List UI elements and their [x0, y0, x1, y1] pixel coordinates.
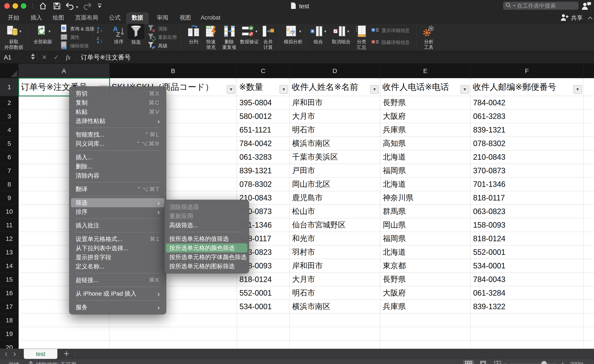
- cell-B18[interactable]: [109, 313, 237, 327]
- menu-item-复制[interactable]: 复制⌘C: [71, 98, 164, 107]
- cell-E12[interactable]: 福岡県: [380, 232, 471, 245]
- column-header-E[interactable]: E: [380, 64, 471, 78]
- cell-F7[interactable]: 370-0873: [471, 164, 583, 177]
- menu-item-服务[interactable]: 服务›: [71, 303, 164, 312]
- cell-C7[interactable]: 839-1321: [237, 164, 290, 177]
- row-header-2[interactable]: 2: [0, 96, 19, 110]
- cell-E1[interactable]: 收件人电话※电话▼: [380, 78, 471, 96]
- sheet-tab-test[interactable]: test: [24, 349, 57, 359]
- add-sheet-button[interactable]: +: [64, 349, 69, 359]
- cell-F10[interactable]: 063-0823: [471, 205, 583, 218]
- row-header-19[interactable]: 19: [0, 327, 19, 341]
- sort-descending-icon[interactable]: ZA↓: [97, 36, 103, 45]
- tab-数据[interactable]: 数据: [132, 12, 143, 23]
- cell-D13[interactable]: 羽村市: [290, 245, 380, 259]
- cell-D3[interactable]: 大月市: [290, 110, 380, 123]
- menu-item-按所选单元格的图标筛选[interactable]: 按所选单元格的图标筛选: [166, 262, 247, 271]
- menu-item-智能查找-[interactable]: 智能查找...⌃⌘L: [71, 130, 164, 139]
- menu-item-同义词库-[interactable]: 同义词库...⌃⌥⌘R: [71, 139, 164, 148]
- cell-E14[interactable]: 東京都: [380, 259, 471, 273]
- save-icon[interactable]: [53, 2, 61, 11]
- caret-down-icon[interactable]: ▾: [48, 29, 51, 34]
- filter-dropdown-icon-E[interactable]: ▼: [461, 85, 469, 94]
- cell-F3[interactable]: 061-3283: [471, 110, 583, 123]
- menu-item-清除筛选器[interactable]: 清除筛选器: [166, 202, 247, 211]
- menu-item-显示拼音字段[interactable]: 显示拼音字段: [71, 253, 164, 262]
- name-box-spinner[interactable]: [31, 54, 35, 60]
- row-header-4[interactable]: 4: [0, 123, 19, 137]
- filter-dropdown-icon-B[interactable]: ▼: [227, 85, 235, 94]
- menu-item-超链接-[interactable]: 超链接...⌘K: [71, 276, 164, 285]
- cell-F8[interactable]: 701-1346: [471, 177, 583, 191]
- cell-E18[interactable]: [380, 313, 471, 327]
- cell-E9[interactable]: 神奈川県: [380, 191, 471, 205]
- menu-item-粘贴[interactable]: 粘贴⌘V: [71, 107, 164, 116]
- menu-item-插入批注[interactable]: 插入批注: [71, 221, 164, 230]
- menu-item-翻译[interactable]: 翻译⌃⌥⌘T: [71, 185, 164, 194]
- filter-dropdown-icon-F[interactable]: ▼: [574, 85, 582, 94]
- caret-down-icon[interactable]: ▾: [19, 29, 21, 34]
- menu-item-从下拉列表中选择-[interactable]: 从下拉列表中选择...: [71, 243, 164, 253]
- row-header-15[interactable]: 15: [0, 273, 19, 286]
- advanced-filter-button[interactable]: 高级: [148, 42, 186, 50]
- row-header-13[interactable]: 13: [0, 245, 19, 259]
- menu-item-剪切[interactable]: 剪切⌘X: [71, 89, 164, 98]
- filter-dropdown-icon-C[interactable]: ▼: [280, 85, 288, 94]
- row-header-10[interactable]: 10: [0, 205, 19, 218]
- cell-F2[interactable]: 784-0042: [471, 96, 583, 110]
- share-button[interactable]: 共享: [560, 13, 582, 22]
- edit-links-button[interactable]: 编辑链接: [60, 42, 103, 50]
- cell-F9[interactable]: 818-0117: [471, 191, 583, 205]
- cell-D14[interactable]: 岸和田市: [290, 259, 380, 273]
- prev-sheet-icon[interactable]: ‹: [5, 349, 7, 359]
- cell-D19[interactable]: [290, 327, 380, 341]
- cell-C5[interactable]: 784-0042: [237, 137, 290, 150]
- cell-E7[interactable]: 福岡県: [380, 164, 471, 177]
- cell-E4[interactable]: 兵庫県: [380, 123, 471, 137]
- cell-C17[interactable]: 534-0001: [237, 300, 290, 313]
- normal-view-button[interactable]: [463, 360, 474, 364]
- cell-D8[interactable]: 岡山市北区: [290, 177, 380, 191]
- cell-D5[interactable]: 横浜市南区: [290, 137, 380, 150]
- cell-F19[interactable]: [471, 327, 583, 341]
- flash-fill-button[interactable]: 快速 填充: [202, 24, 220, 50]
- cell-F11[interactable]: 158-0093: [471, 218, 583, 232]
- cell-D15[interactable]: 大月市: [290, 273, 380, 286]
- name-box[interactable]: A1: [4, 51, 11, 63]
- row-header-5[interactable]: 5: [0, 137, 19, 150]
- menu-item-删除-[interactable]: 删除...: [71, 162, 164, 171]
- cell-D7[interactable]: 戸田市: [290, 164, 380, 177]
- cell-C8[interactable]: 078-8302: [237, 177, 290, 191]
- row-header-14[interactable]: 14: [0, 259, 19, 273]
- cell-C3[interactable]: 580-0012: [237, 110, 290, 123]
- formula-content[interactable]: 订单号※注文番号: [81, 51, 131, 63]
- cell-F20[interactable]: [471, 341, 583, 349]
- cell-D10[interactable]: 松山市: [290, 205, 380, 218]
- column-header-C[interactable]: C: [237, 64, 290, 78]
- cancel-icon[interactable]: ✕: [42, 51, 47, 63]
- tab-绘图[interactable]: 绘图: [53, 12, 64, 23]
- insert-function-icon[interactable]: fx: [66, 51, 71, 63]
- cell-E11[interactable]: 岡山県: [380, 218, 471, 232]
- zoom-percentage[interactable]: 200%: [570, 361, 584, 364]
- customize-toolbar-icon[interactable]: [97, 3, 102, 10]
- row-header-17[interactable]: 17: [0, 300, 19, 313]
- caret-down-icon[interactable]: ▾: [347, 29, 349, 34]
- cell-F14[interactable]: 534-0001: [471, 259, 583, 273]
- undo-caret-icon[interactable]: ▾: [76, 5, 78, 10]
- menu-item-设置单元格格式-[interactable]: 设置单元格格式...⌘1: [71, 235, 164, 243]
- hide-detail-button[interactable]: 隐藏详细信息: [371, 37, 418, 48]
- zoom-in-button[interactable]: +: [561, 360, 565, 364]
- row-header-9[interactable]: 9: [0, 191, 19, 205]
- cell-E19[interactable]: [380, 327, 471, 341]
- cell-D18[interactable]: [290, 313, 380, 327]
- menu-item-定义名称-[interactable]: 定义名称...: [71, 262, 164, 271]
- collapse-ribbon-icon[interactable]: [587, 16, 593, 21]
- cell-E17[interactable]: 兵庫県: [380, 300, 471, 313]
- cell-A20[interactable]: [19, 341, 109, 349]
- properties-button[interactable]: 属性: [60, 33, 103, 42]
- menu-item-插入-[interactable]: 插入...: [71, 153, 164, 162]
- cell-C15[interactable]: 818-0124: [237, 273, 290, 286]
- row-header-11[interactable]: 11: [0, 218, 19, 232]
- cell-F4[interactable]: 839-1321: [471, 123, 583, 137]
